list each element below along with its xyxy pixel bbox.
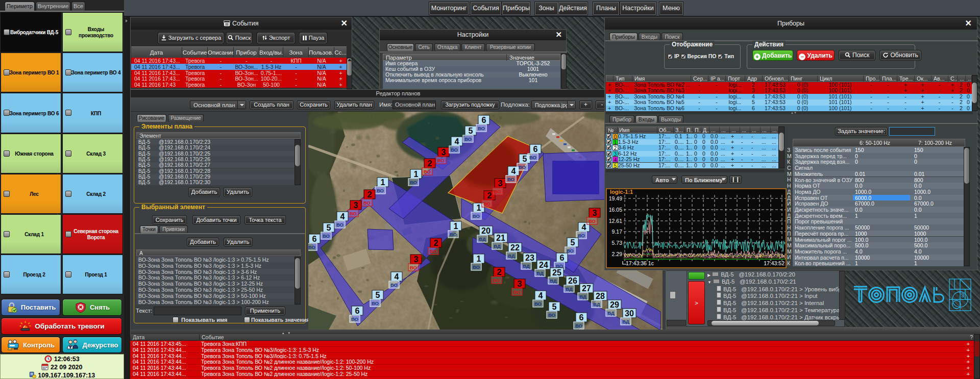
svg-text:16.05: 16.05 (609, 207, 622, 213)
svg-text:ВО: ВО (430, 248, 437, 254)
svg-text:ВО: ВО (519, 164, 526, 170)
svg-text:ВО: ВО (548, 312, 555, 318)
svg-text:9.17: 9.17 (612, 229, 623, 235)
svg-text:ВД: ВД (536, 270, 544, 276)
svg-text:6: 6 (533, 145, 538, 154)
svg-text:19.49: 19.49 (609, 195, 622, 201)
svg-text:3: 3 (498, 179, 503, 188)
svg-text:ВО: ВО (451, 147, 458, 153)
svg-text:ВД: ВД (479, 236, 486, 242)
svg-text:26: 26 (568, 276, 577, 285)
svg-text:ВД: ВД (508, 253, 515, 259)
svg-text:ВО: ВО (478, 125, 485, 131)
svg-text:2.29: 2.29 (612, 251, 623, 257)
svg-text:5: 5 (469, 127, 473, 135)
svg-text:ВД: ВД (607, 310, 615, 316)
svg-text:5.73: 5.73 (612, 240, 623, 246)
svg-text:3: 3 (593, 209, 597, 217)
svg-text:ВО: ВО (578, 233, 585, 238)
svg-text:2: 2 (428, 159, 432, 168)
svg-text:ВО: ВО (464, 136, 472, 142)
svg-text:6: 6 (579, 313, 584, 322)
svg-text:ВД: ВД (550, 278, 557, 284)
svg-text:1: 1 (477, 204, 481, 212)
svg-text:2: 2 (487, 191, 492, 200)
svg-text:21: 21 (496, 234, 505, 242)
svg-text:5: 5 (327, 223, 331, 232)
svg-text:5: 5 (523, 155, 527, 163)
svg-text:5: 5 (376, 291, 380, 299)
svg-text:5: 5 (571, 238, 575, 247)
svg-text:ВО: ВО (589, 218, 596, 224)
svg-text:17:43:52: 17:43:52 (764, 260, 785, 266)
svg-text:ВО: ВО (363, 200, 371, 206)
svg-text:ВО: ВО (351, 316, 358, 322)
svg-text:4: 4 (340, 212, 345, 221)
svg-text:ВО: ВО (308, 244, 315, 250)
svg-text:6: 6 (312, 235, 317, 243)
svg-text:6: 6 (355, 307, 360, 315)
svg-text:3: 3 (354, 201, 358, 210)
svg-text:ВД: ВД (494, 243, 501, 249)
svg-text:28: 28 (596, 292, 605, 300)
svg-text:4: 4 (455, 137, 459, 146)
svg-text:4: 4 (511, 167, 516, 175)
svg-text:24: 24 (539, 261, 548, 269)
svg-text:25: 25 (552, 268, 561, 277)
svg-text:ВО: ВО (483, 201, 491, 207)
svg-text:ВО: ВО (323, 233, 330, 239)
svg-text:20: 20 (481, 226, 491, 235)
svg-text:27: 27 (582, 284, 591, 293)
svg-text:ВО: ВО (534, 301, 542, 307)
svg-text:ВО: ВО (575, 323, 582, 329)
svg-text:ВО: ВО (410, 265, 417, 270)
svg-text:ВО: ВО (424, 169, 431, 174)
svg-text:3: 3 (518, 280, 522, 288)
svg-text:1: 1 (381, 178, 385, 187)
svg-text:ВО: ВО (473, 213, 480, 219)
svg-text:ВО: ВО (437, 158, 445, 163)
svg-text:ВО: ВО (567, 248, 574, 254)
svg-text:ВО: ВО (350, 211, 357, 216)
svg-text:2: 2 (368, 190, 372, 199)
svg-text:6: 6 (560, 254, 565, 262)
svg-text:ВО: ВО (529, 155, 536, 160)
svg-text:ВД: ВД (622, 319, 629, 324)
svg-text:3: 3 (414, 255, 419, 264)
svg-text:22: 22 (510, 243, 520, 252)
svg-text:17:43:36 1c: 17:43:36 1c (626, 260, 654, 266)
svg-text:ВД: ВД (579, 294, 586, 299)
svg-text:ВО: ВО (507, 176, 514, 182)
svg-text:2: 2 (434, 239, 438, 247)
svg-text:ВО: ВО (336, 222, 344, 228)
svg-text:ВО: ВО (377, 188, 384, 193)
svg-text:ВД: ВД (566, 286, 573, 292)
svg-text:30: 30 (625, 309, 634, 318)
svg-text:1: 1 (414, 170, 419, 179)
svg-text:ВО: ВО (513, 289, 521, 295)
svg-text:ВО: ВО (372, 300, 379, 306)
svg-text:3: 3 (961, 292, 964, 298)
svg-text:4: 4 (395, 272, 399, 281)
svg-text:23: 23 (525, 254, 534, 262)
svg-text:1: 1 (477, 255, 481, 263)
svg-text:29: 29 (610, 300, 619, 309)
svg-text:3: 3 (442, 148, 446, 157)
svg-text:ВО: ВО (390, 282, 398, 288)
svg-text:ВД: ВД (593, 301, 600, 307)
svg-text:5: 5 (552, 302, 557, 311)
svg-text:4: 4 (538, 291, 543, 300)
svg-text:4: 4 (582, 223, 586, 232)
svg-text:ВО: ВО (493, 277, 500, 283)
svg-text:1: 1 (454, 222, 458, 231)
svg-text:ВО: ВО (473, 264, 480, 270)
svg-text:12.61: 12.61 (609, 218, 622, 224)
svg-text:ВД: ВД (523, 263, 530, 269)
svg-text:ВО: ВО (494, 189, 501, 194)
svg-text:ВО: ВО (450, 232, 457, 237)
svg-text:ВО: ВО (410, 180, 417, 185)
svg-text:2: 2 (497, 268, 502, 276)
svg-text:logic-1:1: logic-1:1 (610, 189, 633, 195)
svg-text:6: 6 (482, 116, 486, 124)
